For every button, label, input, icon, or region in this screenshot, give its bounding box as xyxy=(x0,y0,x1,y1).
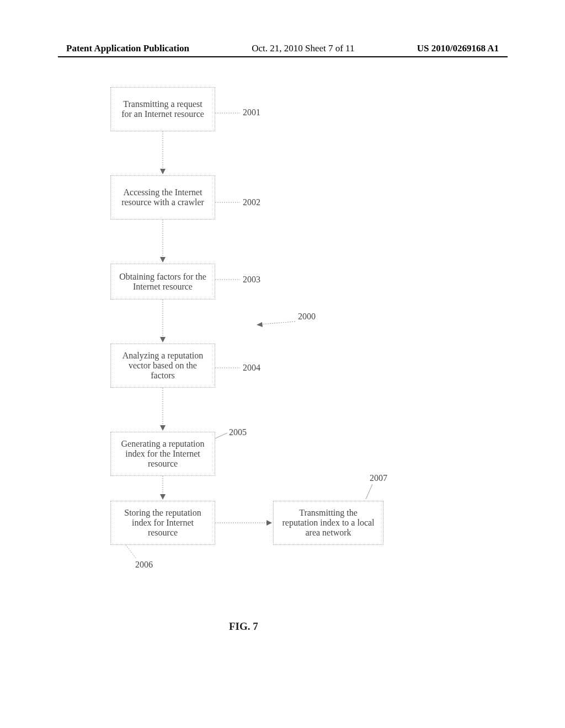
arrow-2006-2007 xyxy=(215,520,273,528)
svg-line-7 xyxy=(261,322,295,324)
svg-marker-17 xyxy=(160,494,166,500)
ref-label-2006: 2006 xyxy=(135,560,153,570)
leader-line-2007 xyxy=(364,483,375,502)
box-text: Analyzing a reputation vector based on t… xyxy=(119,351,206,381)
flowchart-box-2007: Transmitting the reputation index to a l… xyxy=(273,501,383,545)
arrow-2002-2003 xyxy=(160,220,171,264)
ref-label-2000: 2000 xyxy=(298,312,316,322)
flowchart-diagram: Transmitting a request for an Internet r… xyxy=(0,77,565,629)
header-right: US 2010/0269168 A1 xyxy=(417,43,499,54)
box-text: Transmitting a request for an Internet r… xyxy=(119,99,206,119)
ref-label-2007: 2007 xyxy=(370,473,387,483)
svg-marker-2 xyxy=(160,169,166,174)
arrow-2004-2005 xyxy=(160,388,171,432)
svg-marker-10 xyxy=(160,337,166,342)
leader-line-2005 xyxy=(215,432,232,440)
svg-marker-19 xyxy=(266,520,272,526)
flowchart-box-2002: Accessing the Internet resource with a c… xyxy=(110,175,215,220)
box-text: Accessing the Internet resource with a c… xyxy=(119,188,206,207)
leader-line-2000 xyxy=(257,320,298,328)
svg-line-14 xyxy=(215,433,227,438)
header-left: Patent Application Publication xyxy=(66,43,189,54)
leader-line-2001 xyxy=(215,110,243,116)
flowchart-box-2005: Generating a reputation index for the In… xyxy=(110,432,215,476)
flowchart-box-2006: Storing the reputation index for Interne… xyxy=(110,501,215,545)
ref-label-2003: 2003 xyxy=(243,275,260,285)
arrow-2001-2002 xyxy=(160,131,171,175)
flowchart-box-2001: Transmitting a request for an Internet r… xyxy=(110,87,215,131)
svg-marker-5 xyxy=(160,257,166,263)
flowchart-box-2003: Obtaining factors for the Internet resou… xyxy=(110,264,215,299)
svg-line-15 xyxy=(366,484,372,499)
box-text: Obtaining factors for the Internet resou… xyxy=(119,272,206,292)
leader-line-2004 xyxy=(215,365,243,371)
leader-line-2006 xyxy=(124,545,141,560)
box-text: Generating a reputation index for the In… xyxy=(119,439,206,469)
ref-label-2002: 2002 xyxy=(243,197,260,207)
figure-label: FIG. 7 xyxy=(229,620,258,633)
arrow-2005-2006 xyxy=(160,476,171,501)
header-center: Oct. 21, 2010 Sheet 7 of 11 xyxy=(252,43,354,54)
box-text: Transmitting the reputation index to a l… xyxy=(282,508,375,538)
header-divider xyxy=(58,56,508,57)
leader-line-2003 xyxy=(215,277,243,282)
ref-label-2001: 2001 xyxy=(243,108,260,117)
svg-marker-8 xyxy=(257,322,263,327)
leader-line-2002 xyxy=(215,200,243,205)
svg-line-20 xyxy=(126,545,136,559)
box-text: Storing the reputation index for Interne… xyxy=(119,508,206,538)
svg-marker-13 xyxy=(160,425,166,431)
flowchart-box-2004: Analyzing a reputation vector based on t… xyxy=(110,344,215,388)
ref-label-2004: 2004 xyxy=(243,363,260,373)
arrow-2003-2004 xyxy=(160,299,171,344)
page-header: Patent Application Publication Oct. 21, … xyxy=(0,43,565,54)
